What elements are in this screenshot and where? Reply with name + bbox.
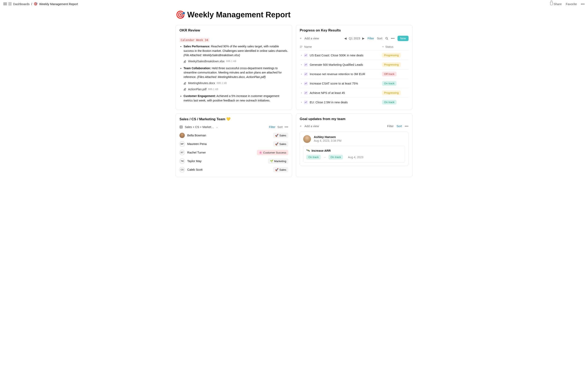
team-tag: 🚀Sales — [273, 167, 288, 172]
team-view-selector[interactable]: Sales + CS + Market… — [185, 125, 214, 129]
updates-sort-button[interactable]: Sort — [397, 125, 402, 128]
avatar: MP — [179, 141, 185, 147]
team-more-icon[interactable]: ••• — [285, 125, 288, 129]
updates-filter-button[interactable]: Filter — [387, 125, 394, 128]
view-icon — [179, 125, 183, 129]
status-from: On track — [306, 155, 321, 159]
search-icon[interactable] — [385, 37, 388, 40]
kr-title: Generate 500 Marketing Qualified Leads — [310, 63, 382, 66]
key-results-card: Progress on Key Results + Add a view ◀ Q… — [296, 25, 412, 110]
metric-icon — [304, 101, 308, 104]
member-name: Taylor May — [187, 159, 265, 163]
favorite-button[interactable]: Favorite — [566, 2, 577, 6]
breadcrumb: Dashboards / 🎯 Weekly Management Report — [13, 2, 78, 6]
paperclip-icon — [184, 82, 186, 85]
attachment-name: WeekylSalesBreakdown.xlsx — [188, 59, 225, 64]
next-period-icon[interactable]: ▶ — [362, 37, 365, 40]
kr-more-icon[interactable]: ••• — [391, 37, 395, 40]
attachment[interactable]: ActionPlan.pdf686.1 kB — [184, 87, 288, 92]
team-card: Sales / CS / Marketing Team 💛 Sales + CS… — [176, 113, 292, 177]
chevron-down-icon[interactable]: ⌄ — [216, 126, 218, 128]
filter-button[interactable]: Filter — [368, 37, 374, 40]
status-badge: Progressing — [382, 90, 401, 95]
team-tag: 🚀Sales — [273, 133, 288, 138]
member-name: Maureen Pena — [187, 142, 271, 146]
attachment[interactable]: MeetingMinutes.docx686.1 kB — [184, 81, 288, 85]
sort-button[interactable]: Sort — [377, 37, 382, 40]
tag-emoji: 🌸 — [259, 151, 262, 154]
status-column-label[interactable]: Status — [385, 45, 393, 48]
bullet-label: Team Collaboration: — [184, 66, 211, 70]
team-member-row[interactable]: Bella Bowman🚀Sales — [179, 131, 288, 140]
share-button[interactable]: Share — [550, 2, 562, 6]
goal-emoji: 🛰️ — [306, 149, 310, 152]
dashboards-icon[interactable] — [9, 2, 11, 5]
new-button[interactable]: New — [398, 36, 409, 41]
bullet-note: (File Attached: WeeklySalesBreakdown.xls… — [184, 53, 240, 57]
goal-box: 🛰️ Increase ARR On track → On track Aug … — [303, 146, 405, 163]
kr-row[interactable]: •US East Coast: Close 500K in new dealsP… — [300, 51, 409, 60]
metric-icon — [304, 53, 308, 57]
bullet-label: Customer Engagement: — [184, 94, 216, 98]
bullet-note: (Files Attached: MeetingMinutes.docx, Ac… — [197, 75, 266, 79]
paperclip-icon — [184, 60, 186, 63]
kr-title: Increase net revenue retention to 3M EUR — [310, 72, 382, 76]
plus-icon[interactable]: + — [300, 124, 302, 128]
team-member-row[interactable]: TMTaylor May🌱Marketing — [179, 157, 288, 165]
kr-row[interactable]: •Achieve NPS of at least 45Progressing — [300, 88, 409, 98]
kr-row[interactable]: •Increase net revenue retention to 3M EU… — [300, 69, 409, 79]
more-icon[interactable]: ••• — [581, 2, 585, 6]
breadcrumb-separator: / — [31, 2, 32, 6]
attachment-size: 686.1 kB — [217, 81, 227, 85]
okr-bullet-list: Sales Performance: Reached 90% of the we… — [179, 44, 288, 103]
team-member-row[interactable]: RTRachel Turner🌸Customer Success — [179, 148, 288, 157]
name-column-label[interactable]: Name — [304, 45, 312, 48]
attachment[interactable]: WeekylSalesBreakdown.xlsx686.1 kB — [184, 59, 288, 64]
team-tag: 🌱Marketing — [268, 158, 288, 164]
update-entry[interactable]: Ashley Hansen Aug 4, 2023, 3:34 PM 🛰️ In… — [300, 132, 409, 166]
updates-toolbar: + Add a view Filter Sort ••• — [300, 123, 409, 130]
team-member-row[interactable]: MPMaureen Pena🚀Sales — [179, 140, 288, 148]
bullet-icon: • — [301, 91, 302, 95]
updates-add-view[interactable]: Add a view — [304, 125, 319, 128]
page-title: 🎯 Weekly Management Report — [176, 10, 412, 19]
kr-title: Increase CSAT score to at least 75% — [310, 82, 382, 85]
svg-rect-5 — [180, 126, 182, 128]
status-badge: Progressing — [382, 62, 401, 67]
tag-label: Customer Success — [263, 151, 286, 154]
avatar: CS — [179, 167, 185, 172]
kr-table-header: Name Status — [300, 43, 409, 51]
kr-title: EU: Close 2.5M in new deals — [310, 101, 382, 104]
metric-icon — [304, 72, 308, 76]
okr-title: OKR Review — [176, 25, 292, 35]
kr-row[interactable]: •EU: Close 2.5M in new dealsOn track — [300, 98, 409, 107]
arrow-right-icon: → — [323, 156, 326, 159]
team-member-row[interactable]: CSCaleb Scott🚀Sales — [179, 165, 288, 174]
svg-line-1 — [387, 39, 388, 40]
metric-icon — [304, 82, 308, 85]
updates-more-icon[interactable]: ••• — [405, 125, 409, 128]
tag-emoji: 🌱 — [270, 159, 273, 163]
plus-icon[interactable]: + — [300, 37, 302, 40]
breadcrumb-root[interactable]: Dashboards — [13, 2, 30, 6]
team-toolbar: Sales + CS + Market… ⌄ Filter Sort ••• — [179, 123, 288, 131]
okr-bullet: Sales Performance: Reached 90% of the we… — [184, 44, 288, 64]
bullet-icon: • — [301, 72, 302, 76]
kr-row[interactable]: •Increase CSAT score to at least 75%On t… — [300, 79, 409, 88]
period-label[interactable]: Q1 2023 — [349, 37, 360, 40]
team-filter-button[interactable]: Filter — [269, 125, 275, 129]
kr-title: US East Coast: Close 500K in new deals — [310, 54, 382, 57]
avatar — [303, 135, 311, 143]
top-right-actions: Share Favorite ••• — [550, 2, 585, 6]
team-sort-button[interactable]: Sort — [277, 125, 283, 129]
add-view-button[interactable]: Add a view — [304, 37, 319, 40]
menu-icon[interactable] — [3, 2, 7, 6]
avatar: TM — [179, 158, 185, 164]
kr-row[interactable]: •Generate 500 Marketing Qualified LeadsP… — [300, 60, 409, 69]
avatar: RT — [179, 150, 185, 155]
breadcrumb-page[interactable]: Weekly Management Report — [39, 2, 78, 6]
prev-period-icon[interactable]: ◀ — [344, 37, 347, 40]
status-to: On track — [329, 155, 343, 159]
attachment-size: 686.1 kB — [226, 59, 236, 63]
bullet-icon: • — [301, 63, 302, 66]
